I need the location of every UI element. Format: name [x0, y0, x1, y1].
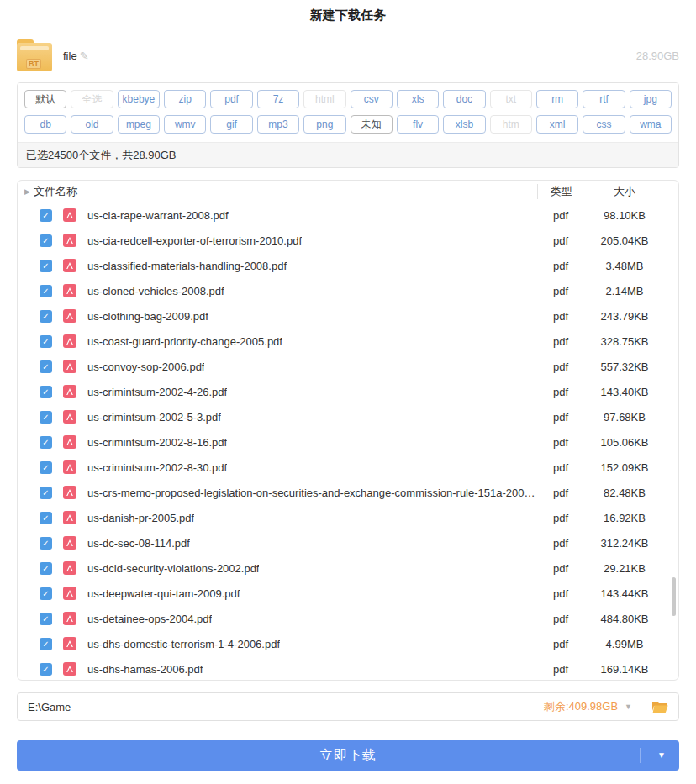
table-row[interactable]: ✓ us-cloned-vehicles-2008.pdf pdf 2.14MB	[18, 278, 678, 303]
file-type: pdf	[537, 638, 584, 650]
table-row[interactable]: ✓ us-classified-materials-handling-2008.…	[18, 253, 678, 278]
filter-chip[interactable]: wmv	[164, 115, 206, 134]
row-checkbox[interactable]: ✓	[40, 487, 52, 499]
filter-chip[interactable]: xml	[536, 115, 578, 134]
row-checkbox[interactable]: ✓	[40, 537, 52, 550]
table-row[interactable]: ✓ us-dhs-domestic-terrorism-1-4-2006.pdf…	[18, 631, 678, 656]
row-checkbox[interactable]: ✓	[40, 587, 52, 600]
filter-chip[interactable]: flv	[397, 115, 439, 134]
filter-chip[interactable]: png	[303, 115, 345, 134]
row-checkbox[interactable]: ✓	[40, 335, 52, 348]
table-row[interactable]: ✓ us-dhs-hamas-2006.pdf pdf 169.14KB	[18, 656, 678, 681]
filter-chip[interactable]: rm	[536, 90, 578, 108]
pdf-file-icon	[63, 259, 76, 272]
row-checkbox[interactable]: ✓	[40, 512, 52, 524]
row-checkbox[interactable]: ✓	[40, 260, 52, 272]
table-row[interactable]: ✓ us-cia-redcell-exporter-of-terrorism-2…	[18, 228, 678, 253]
filter-chip[interactable]: db	[24, 115, 66, 134]
pdf-file-icon	[63, 234, 76, 247]
file-name: us-crimintsum-2002-5-3.pdf	[87, 411, 221, 424]
row-checkbox[interactable]: ✓	[40, 310, 52, 323]
row-checkbox[interactable]: ✓	[40, 562, 52, 575]
filter-chip[interactable]: pdf	[210, 90, 252, 108]
filter-chip[interactable]: 全选	[71, 90, 113, 108]
filter-chip[interactable]: rtf	[583, 90, 625, 108]
filter-chip[interactable]: gif	[210, 115, 252, 134]
table-row[interactable]: ✓ us-crimintsum-2002-8-16.pdf pdf 105.06…	[18, 429, 678, 455]
filter-chip[interactable]: wma	[630, 115, 672, 134]
row-checkbox[interactable]: ✓	[40, 209, 52, 222]
file-type: pdf	[537, 260, 584, 272]
table-row[interactable]: ✓ us-crimintsum-2002-5-3.pdf pdf 97.68KB	[18, 404, 678, 429]
pdf-file-icon	[63, 637, 76, 650]
filter-chip[interactable]: htm	[490, 115, 532, 134]
pdf-file-icon	[63, 486, 76, 499]
filter-chip[interactable]: zip	[164, 90, 206, 108]
expand-arrow-icon[interactable]: ▶	[24, 187, 30, 196]
table-row[interactable]: ✓ us-convoy-sop-2006.pdf pdf 557.32KB	[18, 354, 678, 379]
row-checkbox[interactable]: ✓	[40, 360, 52, 373]
table-row[interactable]: ✓ us-danish-pr-2005.pdf pdf 16.92KB	[18, 505, 678, 530]
filter-chip[interactable]: xls	[397, 90, 439, 108]
row-checkbox[interactable]: ✓	[40, 386, 52, 398]
pdf-file-icon	[63, 536, 76, 550]
download-options-caret-icon[interactable]: ▼	[657, 740, 666, 771]
table-row[interactable]: ✓ us-crimintsum-2002-8-30.pdf pdf 152.09…	[18, 455, 678, 480]
filter-chip[interactable]: mpeg	[118, 115, 160, 134]
row-checkbox[interactable]: ✓	[40, 436, 52, 449]
filter-chip[interactable]: doc	[443, 90, 485, 108]
bt-badge: BT	[26, 59, 41, 69]
table-row[interactable]: ✓ us-cia-rape-warrant-2008.pdf pdf 98.10…	[18, 203, 678, 228]
filter-panel: 默认 全选 kbebye zip pdf 7z html csv xls	[17, 82, 679, 168]
filter-chip[interactable]: old	[71, 115, 113, 134]
file-type: pdf	[537, 537, 584, 550]
filter-chip[interactable]: css	[583, 115, 625, 134]
filter-chip[interactable]: xlsb	[443, 115, 485, 134]
chevron-down-icon[interactable]: ▼	[625, 702, 632, 711]
filter-chip[interactable]: csv	[351, 90, 393, 108]
row-checkbox[interactable]: ✓	[40, 663, 52, 676]
table-row[interactable]: ✓ us-crimintsum-2002-4-26.pdf pdf 143.40…	[18, 379, 678, 404]
table-row[interactable]: ✓ us-crs-memo-proposed-legislation-on-se…	[18, 480, 678, 505]
edit-icon[interactable]: ✎	[80, 50, 89, 62]
file-name: us-crimintsum-2002-8-30.pdf	[87, 461, 227, 474]
save-path-value[interactable]: E:\Game	[28, 701, 71, 713]
filter-chip[interactable]: jpg	[630, 90, 672, 108]
file-type: pdf	[537, 335, 584, 348]
table-row[interactable]: ✓ us-deepwater-qui-tam-2009.pdf pdf 143.…	[18, 581, 678, 606]
scrollbar-thumb[interactable]	[672, 577, 676, 616]
table-row[interactable]: ✓ us-detainee-ops-2004.pdf pdf 484.80KB	[18, 606, 678, 631]
filter-chip[interactable]: mp3	[257, 115, 299, 134]
file-name: us-deepwater-qui-tam-2009.pdf	[87, 587, 240, 600]
table-row[interactable]: ✓ us-clothing-bag-2009.pdf pdf 243.79KB	[18, 303, 678, 329]
row-checkbox[interactable]: ✓	[40, 461, 52, 474]
save-path-bar[interactable]: E:\Game 剩余:409.98GB ▼	[17, 692, 679, 721]
filter-chip[interactable]: kbebye	[118, 90, 160, 108]
file-size: 557.32KB	[584, 360, 665, 373]
file-name: us-dhs-domestic-terrorism-1-4-2006.pdf	[87, 638, 280, 650]
file-size: 97.68KB	[584, 411, 665, 424]
filter-chip[interactable]: txt	[490, 90, 532, 108]
filter-chip[interactable]: 默认	[24, 90, 66, 108]
row-checkbox[interactable]: ✓	[40, 234, 52, 247]
browse-folder-icon[interactable]	[651, 700, 668, 713]
download-now-button[interactable]: 立即下载 ▼	[17, 740, 679, 771]
file-name: us-dhs-hamas-2006.pdf	[87, 663, 203, 676]
filter-row-1: 默认 全选 kbebye zip pdf 7z html csv xls	[24, 90, 672, 108]
table-row[interactable]: ✓ us-dc-sec-08-114.pdf pdf 312.24KB	[18, 530, 678, 555]
row-checkbox[interactable]: ✓	[40, 411, 52, 424]
table-row[interactable]: ✓ us-coast-guard-priority-change-2005.pd…	[18, 329, 678, 354]
pdf-file-icon	[63, 460, 76, 474]
row-checkbox[interactable]: ✓	[40, 285, 52, 297]
filter-chip[interactable]: html	[303, 90, 345, 108]
bt-folder-icon: BT	[17, 39, 52, 71]
row-checkbox[interactable]: ✓	[40, 613, 52, 625]
filter-chip[interactable]: 7z	[257, 90, 299, 108]
filter-row-2: db old mpeg wmv gif mp3 png 未知 flv	[24, 115, 672, 134]
row-checkbox[interactable]: ✓	[40, 638, 52, 650]
file-size: 484.80KB	[584, 613, 665, 625]
pdf-file-icon	[63, 208, 76, 222]
table-row[interactable]: ✓ us-dcid-security-violations-2002.pdf p…	[18, 555, 678, 581]
file-type: pdf	[537, 209, 584, 222]
filter-chip[interactable]: 未知	[351, 115, 393, 134]
